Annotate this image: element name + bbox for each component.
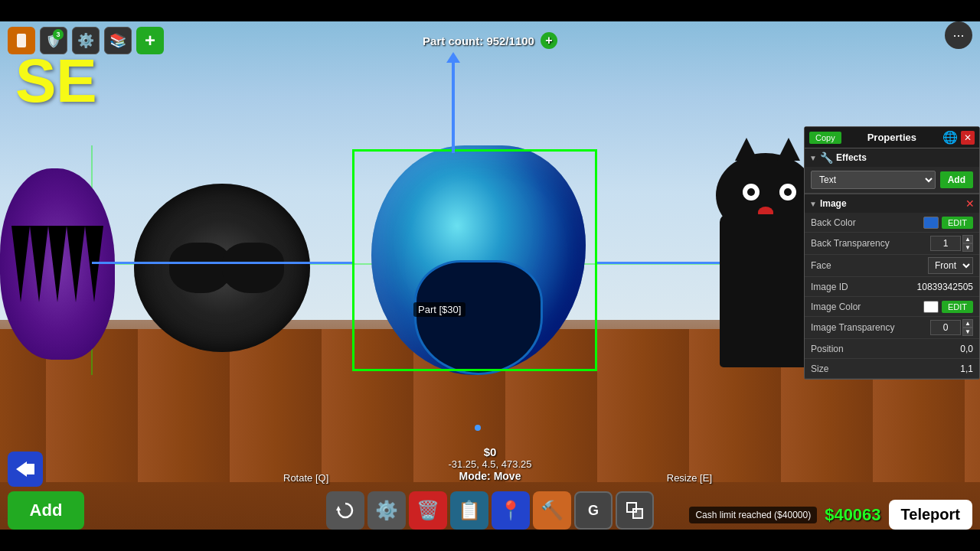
panel-title: Properties (844, 132, 939, 143)
gear-icon[interactable]: ⚙️ (72, 27, 100, 54)
image-color-swatch[interactable] (923, 301, 939, 313)
cat-eye-left (743, 184, 760, 201)
back-color-edit-button[interactable]: EDIT (942, 217, 973, 229)
image-transparency-input[interactable] (930, 320, 961, 335)
image-section-label: Image (820, 198, 847, 209)
skull-creature (134, 184, 310, 352)
back-transparency-label: Back Transparency (811, 238, 930, 249)
back-button[interactable] (8, 452, 43, 487)
purple-monster (0, 168, 115, 360)
image-id-row: Image ID 10839342505 (805, 277, 979, 297)
small-dot (475, 425, 481, 431)
effects-controls-row: Text Add (805, 167, 979, 194)
settings-tool-btn[interactable]: ⚙️ (368, 491, 406, 530)
svg-rect-2 (17, 34, 26, 47)
back-transparency-row: Back Transparency ▲ ▼ (805, 233, 979, 255)
skull-body (134, 184, 310, 352)
face-row: Face Front (805, 255, 979, 277)
blue-creature[interactable] (371, 145, 586, 375)
copy-button[interactable]: Copy (809, 132, 841, 144)
position-row: Position 0,0 (805, 339, 979, 359)
add-button[interactable]: Add (8, 491, 84, 530)
image-id-label: Image ID (811, 282, 917, 292)
rotate-tool-btn[interactable] (326, 491, 364, 530)
cat-body (720, 214, 812, 367)
back-color-swatch[interactable] (923, 217, 939, 229)
copy-tool-btn[interactable]: 📋 (450, 491, 488, 530)
image-arrow-icon: ▼ (809, 200, 817, 208)
svg-rect-7 (27, 464, 34, 474)
g-tool-btn[interactable]: G (574, 491, 612, 530)
image-transparency-label: Image Transparency (811, 322, 930, 333)
back-transparency-down[interactable]: ▼ (962, 243, 973, 252)
image-transparency-row: Image Transparency ▲ ▼ (805, 317, 979, 339)
purple-teeth (11, 226, 103, 302)
image-transparency-arrows[interactable]: ▲ ▼ (962, 319, 973, 336)
position-value: 0,0 (927, 344, 973, 354)
layers-icon[interactable]: 📚 (104, 27, 132, 54)
image-transparency-up[interactable]: ▲ (962, 319, 973, 328)
back-transparency-arrows[interactable]: ▲ ▼ (962, 235, 973, 252)
badge-icon[interactable]: 🛡️ 3 (40, 27, 67, 54)
image-section-header[interactable]: ▼ Image ✕ (805, 194, 979, 213)
blue-creature-body (371, 145, 586, 375)
rotate-label: Rotate [Q] (283, 472, 328, 484)
effects-label: Effects (836, 152, 867, 163)
bottom-left-controls: Add (8, 452, 84, 530)
back-color-label: Back Color (811, 217, 923, 228)
image-color-row: Image Color EDIT (805, 297, 979, 317)
location-tool-btn[interactable]: 📍 (492, 491, 530, 530)
cat-ear-left (735, 138, 758, 161)
cat-eye-right (779, 184, 796, 201)
black-bar-bottom (0, 530, 980, 551)
face-label: Face (811, 260, 928, 271)
resize-tool-btn[interactable] (616, 491, 654, 530)
add-top-btn[interactable]: + (136, 27, 164, 54)
size-label: Size (811, 364, 927, 374)
effects-section-header[interactable]: ▼ 🔧 Effects (805, 148, 979, 167)
part-count-display: Part count: 952/1100 + (423, 21, 557, 60)
image-transparency-down[interactable]: ▼ (962, 328, 973, 336)
svg-marker-6 (16, 461, 27, 477)
cash-amount-display: $40063 (825, 505, 880, 525)
image-color-label: Image Color (811, 302, 923, 312)
black-bar-top (0, 0, 980, 21)
bottom-toolbar: ⚙️ 🗑️ 📋 📍 🔨 G (326, 491, 654, 530)
delete-tool-btn[interactable]: 🗑️ (409, 491, 447, 530)
size-value: 1,1 (927, 364, 973, 374)
size-row: Size 1,1 (805, 359, 979, 379)
image-close-icon[interactable]: ✕ (965, 197, 975, 210)
roblox-icon[interactable] (8, 27, 35, 54)
menu-icon[interactable]: ··· (945, 21, 972, 49)
back-transparency-input[interactable] (930, 236, 961, 251)
effects-icon: 🔧 (820, 152, 833, 164)
cash-limit-notice: Cash limit reached ($40000) (689, 507, 817, 523)
image-id-value: 10839342505 (917, 282, 973, 292)
back-transparency-spinner[interactable]: ▲ ▼ (930, 235, 973, 252)
image-transparency-spinner[interactable]: ▲ ▼ (930, 319, 973, 336)
effects-arrow-icon: ▼ (809, 154, 817, 162)
cat-ear-right (777, 138, 800, 161)
skull-eye-right (222, 243, 284, 293)
globe-icon[interactable]: 🌐 (942, 130, 958, 145)
teleport-button[interactable]: Teleport (889, 500, 972, 530)
properties-panel: Copy Properties 🌐 ✕ ▼ 🔧 Effects Text Add… (804, 126, 980, 380)
toolbar-icons-row: ⚙️ 🗑️ 📋 📍 🔨 G (326, 491, 654, 530)
back-color-row: Back Color EDIT (805, 213, 979, 233)
blue-creature-mouth (414, 260, 543, 375)
position-label: Position (811, 344, 927, 354)
svg-rect-5 (633, 509, 642, 518)
image-color-edit-button[interactable]: EDIT (942, 301, 973, 313)
effects-add-button[interactable]: Add (940, 171, 973, 188)
face-select[interactable]: Front (928, 257, 973, 274)
panel-header: Copy Properties 🌐 ✕ (805, 127, 979, 148)
svg-marker-3 (336, 506, 341, 510)
effects-dropdown[interactable]: Text (811, 171, 936, 189)
panel-close-button[interactable]: ✕ (961, 131, 975, 145)
hammer-tool-btn[interactable]: 🔨 (533, 491, 571, 530)
part-count-text: Part count: 952/1100 (423, 34, 534, 47)
bottom-right-area: Cash limit reached ($40000) $40063 Telep… (689, 500, 972, 530)
resize-label: Resize [E] (667, 472, 712, 484)
part-count-plus-btn[interactable]: + (541, 32, 557, 49)
back-transparency-up[interactable]: ▲ (962, 235, 973, 243)
